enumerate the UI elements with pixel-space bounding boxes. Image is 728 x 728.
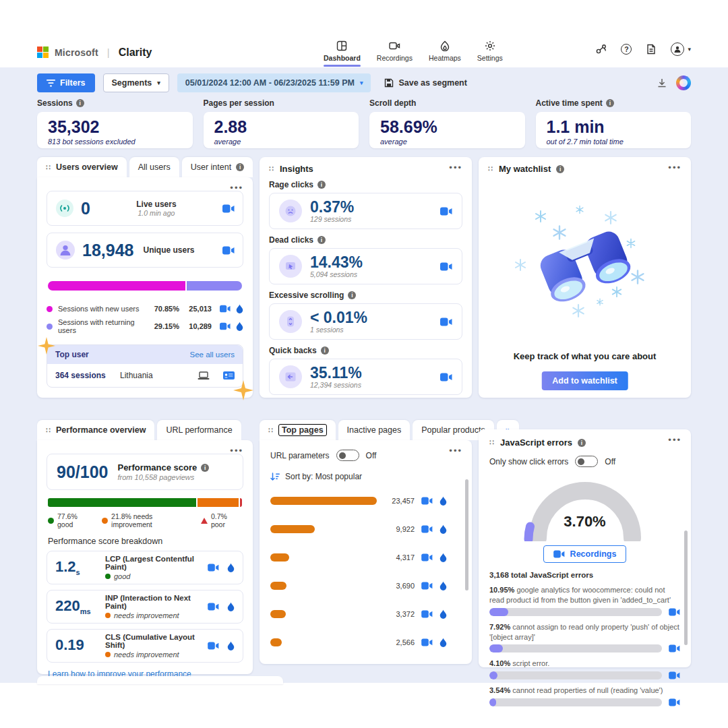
top-user-row[interactable]: 364 sessions Lithuania [47,364,243,387]
recordings-camera-icon[interactable] [669,671,680,679]
recordings-camera-icon[interactable] [421,497,433,505]
nav-heatmaps[interactable]: Heatmaps [429,37,461,67]
metric-sub: average [380,138,514,146]
document-icon[interactable] [645,43,657,55]
recordings-camera-icon[interactable] [421,525,433,533]
nav-recordings[interactable]: Recordings [377,37,413,67]
metric-card: 2.88 average [204,112,359,148]
heatmap-drop-icon[interactable] [236,304,243,313]
save-as-segment-button[interactable]: Save as segment [384,78,466,88]
card-menu-button[interactable]: ••• [449,162,462,173]
heatmap-drop-icon[interactable] [439,496,447,506]
recordings-camera-icon[interactable] [222,204,235,213]
recordings-button[interactable]: Recordings [543,545,627,563]
tab-all-users[interactable]: All users [129,157,179,177]
recordings-camera-icon[interactable] [669,608,680,616]
user-id-card-icon[interactable] [223,371,235,380]
top-page-row[interactable]: 3,690 [270,572,461,600]
recordings-camera-icon[interactable] [669,698,680,706]
heatmap-drop-icon[interactable] [227,563,235,572]
metric-label: Sessions [37,98,73,108]
recordings-camera-icon[interactable] [222,246,235,255]
info-icon[interactable]: i [321,346,329,355]
info-icon[interactable]: i [556,165,564,173]
download-icon[interactable] [656,77,668,89]
recordings-camera-icon[interactable] [208,642,219,650]
heatmap-drop-icon[interactable] [439,581,447,590]
recordings-camera-icon[interactable] [220,322,231,330]
info-icon[interactable]: i [201,464,209,472]
top-page-row[interactable]: 3,372 [270,600,461,628]
pageview-count: 2,566 [384,638,415,646]
recordings-camera-icon[interactable] [421,553,433,562]
recordings-camera-icon[interactable] [421,582,433,590]
see-all-users-link[interactable]: See all users [190,351,235,359]
info-icon[interactable]: i [348,291,356,299]
drag-handle-icon[interactable]: ∷ [269,164,274,173]
recordings-camera-icon[interactable] [421,610,433,618]
recordings-camera-icon[interactable] [208,603,219,611]
add-to-watchlist-button[interactable]: Add to watchlist [541,371,628,390]
pageview-count: 23,457 [384,497,415,505]
tab-url-performance[interactable]: URL performance [157,420,241,440]
drag-handle-icon[interactable]: ∷ [488,164,493,173]
info-icon[interactable]: i [317,181,326,189]
card-menu-button[interactable]: ••• [449,446,462,456]
recordings-camera-icon[interactable] [440,262,452,271]
card-menu-button[interactable]: ••• [668,162,681,173]
info-icon[interactable]: i [317,236,326,244]
heatmap-drop-icon[interactable] [227,641,235,650]
heatmap-drop-icon[interactable] [227,602,235,611]
scrollbar[interactable] [465,479,468,590]
date-range-value: 05/01/2024 12:00 AM - 06/23/2025 11:59 P… [185,78,355,88]
dashboard-icon [336,40,348,52]
tab-top-pages[interactable]: ∷Top pages [260,420,336,440]
heatmap-drop-icon[interactable] [439,638,447,647]
card-menu-button[interactable]: ••• [230,183,243,193]
card-menu-button[interactable]: ••• [668,435,681,445]
heatmap-drop-icon[interactable] [439,609,447,619]
heatmap-drop-icon[interactable] [439,524,447,534]
account-menu[interactable]: ▾ [671,42,691,56]
drag-handle-icon[interactable]: ∷ [46,426,51,435]
recordings-camera-icon[interactable] [440,373,452,382]
info-icon[interactable]: i [76,99,84,107]
click-errors-toggle[interactable] [575,456,598,467]
inp-unit: ms [80,608,91,616]
share-icon[interactable] [595,43,607,55]
help-icon[interactable]: ? [621,44,632,55]
drag-handle-icon[interactable]: ∷ [489,438,495,447]
top-page-row[interactable]: 2,566 [270,628,461,657]
info-icon[interactable]: i [578,439,586,447]
insight-label: Dead clicks [269,235,313,245]
top-page-row[interactable]: 4,317 [270,543,461,572]
heatmap-drop-icon[interactable] [439,553,447,562]
recordings-camera-icon[interactable] [669,644,680,653]
tab-users-overview[interactable]: ∷Users overview [37,157,127,177]
copilot-icon[interactable] [676,75,691,90]
drag-handle-icon[interactable]: ∷ [46,163,51,172]
recordings-camera-icon[interactable] [440,317,452,326]
top-page-row[interactable]: 23,457 [270,487,461,515]
scrollbar[interactable] [684,530,688,645]
date-range-picker[interactable]: 05/01/2024 12:00 AM - 06/23/2025 11:59 P… [177,73,371,92]
recordings-camera-icon[interactable] [421,638,433,646]
url-parameters-toggle[interactable] [336,450,359,461]
recordings-camera-icon[interactable] [440,207,452,216]
tab-inactive-pages[interactable]: Inactive pages [338,420,411,440]
filters-button[interactable]: Filters [37,73,95,92]
sort-by-control[interactable]: Sort by: Most popular [270,472,461,481]
nav-settings[interactable]: Settings [477,37,503,67]
recordings-camera-icon[interactable] [220,305,231,313]
segments-button[interactable]: Segments ▾ [103,73,169,92]
heatmap-drop-icon[interactable] [236,322,243,331]
drag-handle-icon[interactable]: ∷ [268,426,274,435]
info-icon[interactable]: i [606,99,614,107]
nav-dashboard[interactable]: Dashboard [324,37,361,67]
pageview-bar [270,610,286,618]
tab-user-intent[interactable]: User intenti [182,157,253,177]
recordings-camera-icon[interactable] [208,564,219,572]
top-page-row[interactable]: 9,922 [270,515,461,543]
card-menu-button[interactable]: ••• [230,446,243,456]
tab-performance-overview[interactable]: ∷Performance overview [37,420,154,440]
